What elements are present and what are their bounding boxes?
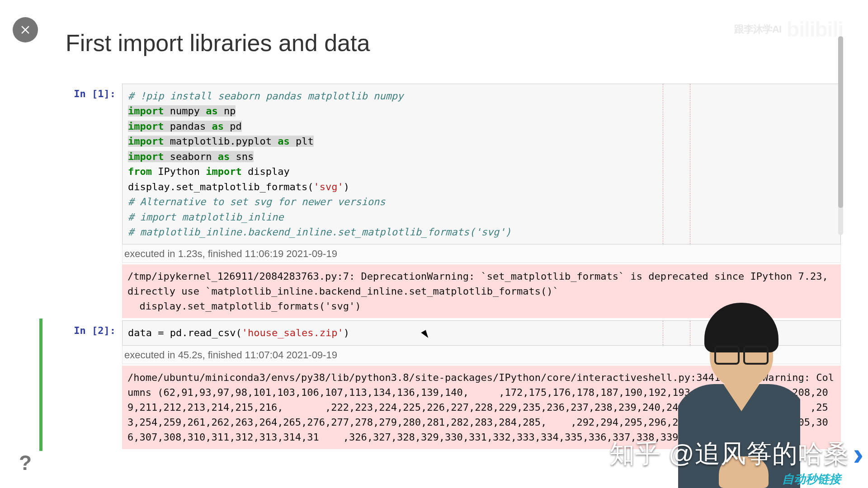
execution-info: executed in 1.23s, finished 11:06:19 202… bbox=[122, 244, 841, 263]
bilibili-logo: bilibili bbox=[787, 17, 843, 42]
close-button[interactable] bbox=[13, 17, 38, 42]
autolink-label: 自动秒链接 bbox=[782, 471, 841, 487]
watermark: 知乎 @追风筝的哈桑 › bbox=[609, 436, 863, 472]
tok: ) bbox=[344, 327, 349, 338]
tok: numpy bbox=[164, 105, 206, 117]
tok: IPython bbox=[152, 166, 206, 177]
chevron-right-icon: › bbox=[853, 436, 863, 472]
ruler-line bbox=[690, 84, 690, 244]
tok: data = pd.read_csv( bbox=[128, 327, 242, 338]
watermark-site: 知乎 bbox=[609, 439, 661, 468]
cell-body: # !pip install seaborn pandas matplotlib… bbox=[122, 84, 841, 318]
channel-name: 跟李沐学AI bbox=[734, 23, 781, 36]
kw: as bbox=[206, 105, 218, 117]
code-line: # Alternative to set svg for newer versi… bbox=[128, 196, 386, 207]
code-line: # !pip install seaborn pandas matplotlib… bbox=[128, 90, 403, 102]
section-heading: First import libraries and data bbox=[66, 29, 841, 56]
tok: matplotlib.pyplot bbox=[164, 136, 278, 147]
tok: seaborn bbox=[164, 151, 217, 162]
input-prompt: In [2]: bbox=[45, 320, 122, 449]
kw: import bbox=[128, 151, 164, 162]
kw: import bbox=[128, 105, 164, 117]
code-cell-2[interactable]: In [2]: data = pd.read_csv('house_sales.… bbox=[45, 320, 841, 449]
execution-info: executed in 45.2s, finished 11:07:04 202… bbox=[122, 346, 841, 364]
close-icon bbox=[19, 23, 32, 37]
scrollbar-track[interactable] bbox=[838, 36, 843, 235]
question-icon: ? bbox=[19, 450, 32, 475]
tok: 'house_sales.zip' bbox=[242, 327, 344, 338]
tok: 'svg' bbox=[314, 181, 344, 192]
ruler-line bbox=[690, 321, 690, 345]
tok: sns bbox=[230, 151, 254, 162]
video-source-logo: 跟李沐学AI bilibili bbox=[734, 17, 843, 42]
ruler-line bbox=[663, 84, 663, 244]
code-editor[interactable]: # !pip install seaborn pandas matplotlib… bbox=[122, 84, 841, 244]
tok: np bbox=[218, 105, 236, 117]
kw: import bbox=[206, 166, 241, 177]
stderr-output: /tmp/ipykernel_126911/2084283763.py:7: D… bbox=[122, 264, 841, 318]
code-cell-1[interactable]: In [1]: # !pip install seaborn pandas ma… bbox=[45, 84, 841, 318]
scrollbar-thumb[interactable] bbox=[838, 36, 843, 208]
kw: import bbox=[128, 136, 164, 147]
ruler-line bbox=[663, 321, 663, 345]
help-button[interactable]: ? bbox=[14, 451, 37, 474]
notebook-viewport: First import libraries and data In [1]: … bbox=[0, 0, 868, 488]
input-prompt: In [1]: bbox=[45, 84, 122, 318]
tok: display bbox=[242, 166, 290, 177]
tok: pd bbox=[224, 121, 242, 132]
watermark-handle: @追风筝的哈桑 bbox=[669, 439, 849, 468]
tok: pandas bbox=[164, 121, 212, 132]
kw: as bbox=[218, 151, 230, 162]
tok: plt bbox=[290, 136, 314, 147]
tok: display.set_matplotlib_formats( bbox=[128, 181, 314, 192]
kw: as bbox=[278, 136, 290, 147]
code-editor[interactable]: data = pd.read_csv('house_sales.zip') bbox=[122, 320, 841, 345]
kw: as bbox=[212, 121, 224, 132]
cell-body: data = pd.read_csv('house_sales.zip') ex… bbox=[122, 320, 841, 449]
code-line: # matplotlib_inline.backend_inline.set_m… bbox=[128, 226, 511, 238]
tok: ) bbox=[344, 181, 349, 192]
code-line: # import matplotlib_inline bbox=[128, 211, 283, 223]
kw: from bbox=[128, 166, 152, 177]
kw: import bbox=[128, 121, 164, 132]
